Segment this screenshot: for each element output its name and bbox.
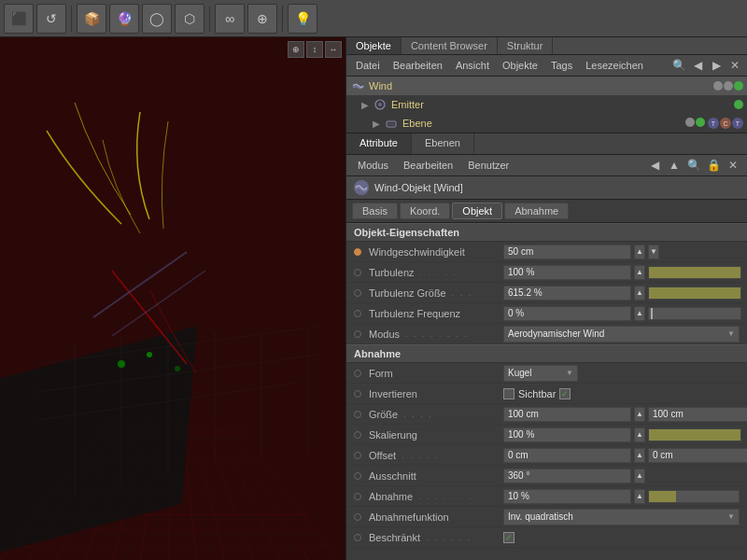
tab-struktur[interactable]: Struktur: [498, 37, 554, 54]
prop-text-abnahme-val: Abnahme: [369, 491, 413, 502]
toolbar-btn-8[interactable]: 💡: [288, 4, 317, 34]
attr-menu-benutzer[interactable]: Benutzer: [462, 158, 514, 173]
checkbox-beschrankt[interactable]: ✓: [503, 532, 514, 543]
vp-nav-btn1[interactable]: ⊕: [288, 41, 304, 58]
attr-menu-bearbeiten[interactable]: Bearbeiten: [398, 158, 458, 173]
attr-close-icon[interactable]: ✕: [725, 157, 741, 174]
spinner-ausschnitt[interactable]: ▲: [634, 469, 645, 483]
dropdown-abnahmefunktion[interactable]: Inv. quadratisch ▼: [503, 509, 740, 525]
tab-attribute[interactable]: Attribute: [346, 133, 412, 154]
slider-skalierung[interactable]: [648, 428, 741, 441]
prop-beschrankt: Beschränkt . . . . . . ✓: [346, 527, 747, 548]
top-tab-bar: Objekte Content Browser Struktur: [346, 37, 747, 55]
prop-text-skalierung: Skalierung: [369, 429, 417, 441]
object-row-ebene[interactable]: ▶ Ebene T C T: [369, 114, 747, 133]
vis-dot5: [685, 118, 695, 127]
menu-ansicht[interactable]: Ansicht: [450, 58, 495, 73]
tab-content-browser[interactable]: Content Browser: [402, 37, 498, 54]
slider-turbulenz-frequenz[interactable]: [648, 307, 741, 320]
input-windgeschwindigkeit[interactable]: [503, 245, 631, 259]
prop-label-invertieren: Invertieren: [354, 388, 503, 399]
prop-value-offset: ▲ ▲ ▲: [503, 448, 747, 463]
object-name-emitter: Emitter: [391, 99, 734, 110]
menu-lesezeichen[interactable]: Lesezeichen: [580, 58, 649, 73]
svg-point-16: [378, 103, 382, 106]
input-turbulenz-groesse[interactable]: [503, 286, 631, 301]
prop-value-windgeschwindigkeit: ▲ ▼: [503, 245, 740, 259]
toolbar-btn-0[interactable]: ⬛: [4, 4, 34, 34]
spinner-up-windgeschwindigkeit[interactable]: ▲: [634, 245, 645, 259]
toolbar-btn-5[interactable]: ⬡: [175, 4, 204, 34]
attr-search-icon[interactable]: 🔍: [685, 157, 702, 174]
spinner-up-turbulenz-frequenz[interactable]: ▲: [634, 306, 645, 321]
prop-groesse: Größe . . . . ▲ ▲ ▲: [346, 404, 747, 425]
tab-ebenen[interactable]: Ebenen: [412, 133, 474, 154]
toolbar-btn-4[interactable]: ◯: [142, 4, 172, 34]
prop-label-turbulenz-groesse: Turbulenz Größe . . .: [354, 287, 503, 299]
prop-text-turbulenz-frequenz: Turbulenz Frequenz: [369, 308, 460, 319]
spinner-abnahme-val[interactable]: ▲: [634, 489, 645, 504]
input-skalierung[interactable]: [503, 427, 631, 442]
vp-nav-btn2[interactable]: ↕: [306, 41, 323, 58]
slider-abnahme-val[interactable]: [648, 490, 740, 503]
prop-dot-abnahme-val: [354, 493, 361, 500]
attr-lock-icon[interactable]: 🔒: [705, 157, 722, 174]
object-row-wind[interactable]: Wind: [346, 77, 747, 95]
prop-dot-turbulenz-frequenz: [354, 310, 361, 317]
dropdown-form[interactable]: Kugel ▼: [503, 365, 578, 382]
object-row-emitter[interactable]: ▶ Emitter: [358, 95, 747, 114]
sub-tab-koord[interactable]: Koord.: [400, 203, 450, 219]
slider-turbulenz[interactable]: [648, 266, 741, 279]
prop-dot-offset: [354, 452, 361, 459]
arrow-right-icon[interactable]: ▶: [708, 57, 725, 74]
input-groesse-x[interactable]: [503, 407, 631, 422]
tab-objekte[interactable]: Objekte: [346, 37, 402, 54]
toolbar-btn-3[interactable]: 🔮: [109, 4, 139, 34]
input-abnahme-val[interactable]: [503, 489, 631, 504]
menu-objekte[interactable]: Objekte: [497, 58, 543, 73]
dropdown-modus-arrow: ▼: [727, 329, 735, 338]
menu-tags[interactable]: Tags: [545, 58, 578, 73]
prop-label-skalierung: Skalierung: [354, 429, 503, 441]
prop-dot-form: [354, 370, 361, 377]
offset-dots: . . . . .: [402, 451, 440, 460]
search-icon[interactable]: 🔍: [670, 57, 687, 74]
menu-bearbeiten[interactable]: Bearbeiten: [388, 58, 448, 73]
spinner-up-turbulenz[interactable]: ▲: [634, 265, 645, 280]
prop-label-form: Form: [354, 368, 503, 379]
object-name-ebene: Ebene: [402, 118, 685, 129]
input-ausschnitt[interactable]: [503, 469, 631, 483]
prop-label-abnahme-val: Abnahme . . . . . . .: [354, 491, 503, 502]
input-turbulenz-frequenz[interactable]: [503, 306, 631, 321]
spinner-groesse-x[interactable]: ▲: [634, 407, 645, 422]
close-icon[interactable]: ✕: [726, 57, 743, 74]
attr-menu-modus[interactable]: Modus: [352, 158, 394, 173]
arrow-left-icon[interactable]: ◀: [689, 57, 706, 74]
toolbar-btn-6[interactable]: ∞: [215, 4, 245, 34]
attr-arrow-icon[interactable]: ▲: [666, 157, 683, 174]
toolbar-btn-7[interactable]: ⊕: [247, 4, 277, 34]
sub-tab-abnahme[interactable]: Abnahme: [504, 203, 569, 219]
toolbar-btn-1[interactable]: ↺: [36, 4, 66, 34]
input-offset-x[interactable]: [503, 448, 631, 463]
slider-turbulenz-groesse[interactable]: [648, 287, 741, 300]
input-turbulenz[interactable]: [503, 265, 631, 280]
spinner-up-turbulenz-groesse[interactable]: ▲: [634, 286, 645, 301]
menu-datei[interactable]: Datei: [350, 58, 386, 73]
vp-nav-btn3[interactable]: ↔: [325, 41, 342, 58]
spinner-down-windgeschwindigkeit[interactable]: ▼: [648, 245, 659, 259]
toolbar-btn-2[interactable]: 📦: [77, 4, 106, 34]
checkbox-sichtbar[interactable]: ✓: [559, 388, 571, 399]
attr-back-icon[interactable]: ◀: [646, 157, 663, 174]
sub-tab-basis[interactable]: Basis: [352, 203, 398, 219]
viewport[interactable]: ⊕ ↕ ↔: [0, 37, 345, 560]
input-offset-y[interactable]: [648, 448, 747, 463]
input-groesse-y[interactable]: [648, 407, 747, 422]
spinner-skalierung[interactable]: ▲: [634, 427, 645, 442]
sub-tab-objekt[interactable]: Objekt: [452, 203, 502, 219]
wind-object-icon: [350, 78, 365, 93]
checkbox-invertieren[interactable]: [503, 388, 514, 399]
sub-tab-bar: Basis Koord. Objekt Abnahme: [346, 200, 747, 223]
spinner-offset-x[interactable]: ▲: [634, 448, 645, 463]
dropdown-modus[interactable]: Aerodynamischer Wind ▼: [503, 326, 740, 343]
